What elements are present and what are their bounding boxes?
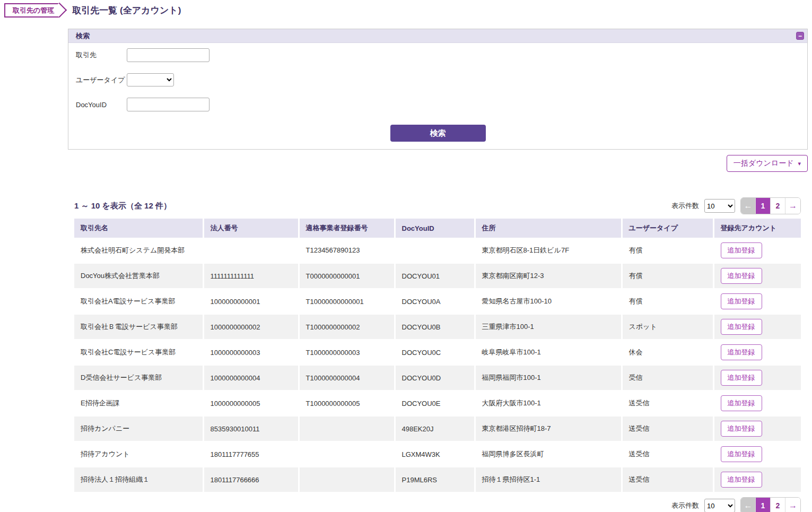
- next-page-button[interactable]: →: [785, 498, 800, 512]
- pagination-bottom: 表示件数 10 ← 1 2 →: [671, 497, 801, 512]
- invoice-number-cell: [299, 416, 395, 441]
- invoice-number-cell: [299, 467, 395, 492]
- user-type-cell: スポット: [622, 314, 713, 340]
- corp-number-cell: 1111111111111: [203, 263, 299, 289]
- invoice-number-cell: T1000000000003: [299, 340, 395, 365]
- results-summary: 1 ～ 10 を表示（全 12 件）: [74, 201, 171, 211]
- action-cell: 追加登録: [713, 263, 801, 289]
- add-registration-button[interactable]: 追加登録: [721, 344, 762, 360]
- partner-name-cell: E招待企画課: [74, 390, 203, 416]
- prev-page-button[interactable]: ←: [741, 198, 756, 214]
- col-header-docyouid: DocYouID: [395, 219, 475, 238]
- col-header-invoice-number: 適格事業者登録番号: [299, 219, 395, 238]
- corp-number-cell: 8535930010011: [203, 416, 299, 441]
- add-registration-button[interactable]: 追加登録: [721, 446, 762, 462]
- user-type-field-label: ユーザータイプ: [76, 75, 127, 85]
- docyouid-cell: DOCYOU0E: [395, 390, 475, 416]
- corp-number-cell: 1000000000005: [203, 390, 299, 416]
- user-type-select[interactable]: [127, 73, 174, 86]
- docyouid-cell: P19ML6RS: [395, 467, 475, 492]
- user-type-cell: 受信: [622, 365, 713, 390]
- add-registration-button[interactable]: 追加登録: [721, 319, 762, 335]
- partner-list-section: 1 ～ 10 を表示（全 12 件） 表示件数 10 ← 1 2 → 取引先名 …: [74, 197, 801, 512]
- breadcrumb[interactable]: 取引先の管理: [4, 3, 59, 18]
- docyouid-cell: DOCYOU0B: [395, 314, 475, 340]
- partner-table: 取引先名 法人番号 適格事業者登録番号 DocYouID 住所 ユーザータイプ …: [74, 219, 801, 493]
- partner-field-label: 取引先: [76, 50, 127, 60]
- user-type-cell: 有償: [622, 289, 713, 314]
- add-registration-button[interactable]: 追加登録: [721, 395, 762, 411]
- page-button-2[interactable]: 2: [771, 198, 785, 214]
- user-type-cell: 送受信: [622, 416, 713, 441]
- user-type-cell: 送受信: [622, 390, 713, 416]
- action-cell: 追加登録: [713, 314, 801, 340]
- add-registration-button[interactable]: 追加登録: [721, 370, 762, 386]
- user-type-cell: 有償: [622, 263, 713, 289]
- col-header-address: 住所: [475, 219, 622, 238]
- partner-name-cell: 取引会社A電設サービス事業部: [74, 289, 203, 314]
- docyouid-cell: DOCYOU0D: [395, 365, 475, 390]
- corp-number-cell: 1801117766666: [203, 467, 299, 492]
- add-registration-button[interactable]: 追加登録: [721, 472, 762, 488]
- table-row: DocYou株式会社営業本部 1111111111111 T0000000000…: [74, 263, 801, 289]
- search-panel-header: 検索 −: [68, 29, 807, 43]
- invoice-number-cell: T1000000000002: [299, 314, 395, 340]
- add-registration-button[interactable]: 追加登録: [721, 421, 762, 437]
- search-button[interactable]: 検索: [390, 125, 486, 142]
- page-button-1[interactable]: 1: [756, 198, 771, 214]
- docyouid-input[interactable]: [127, 98, 209, 111]
- corp-number-cell: 1801117777655: [203, 441, 299, 467]
- prev-page-button[interactable]: ←: [741, 498, 756, 512]
- address-cell: 福岡県福岡市100-1: [475, 365, 622, 390]
- address-cell: 愛知県名古屋市100-10: [475, 289, 622, 314]
- table-row: 招待アカウント 1801117777655 LGXM4W3K 福岡県博多区長浜町…: [74, 441, 801, 467]
- caret-down-icon: ▾: [798, 160, 801, 167]
- partner-name-cell: 招待法人１招待組織１: [74, 467, 203, 492]
- address-cell: 福岡県博多区長浜町: [475, 441, 622, 467]
- bulk-download-label: 一括ダウンロード: [734, 159, 794, 168]
- invoice-number-cell: T0000000000001: [299, 263, 395, 289]
- page-size-label: 表示件数: [671, 201, 699, 211]
- docyouid-cell: LGXM4W3K: [395, 441, 475, 467]
- page-button-2[interactable]: 2: [771, 498, 785, 512]
- partner-name-cell: 招待アカウント: [74, 441, 203, 467]
- next-page-button[interactable]: →: [785, 198, 800, 214]
- address-cell: 三重県津市100-1: [475, 314, 622, 340]
- breadcrumb-label: 取引先の管理: [13, 6, 54, 14]
- bulk-download-button[interactable]: 一括ダウンロード ▾: [727, 155, 808, 172]
- top-bar: 取引先の管理 取引先一覧 (全アカウント): [0, 0, 812, 18]
- page-button-1[interactable]: 1: [756, 498, 771, 512]
- partner-name-cell: 招待カンパニー: [74, 416, 203, 441]
- col-header-corp-number: 法人番号: [203, 219, 299, 238]
- action-cell: 追加登録: [713, 289, 801, 314]
- docyouid-field-label: DocYouID: [76, 101, 127, 109]
- docyouid-cell: [395, 238, 475, 263]
- add-registration-button[interactable]: 追加登録: [721, 268, 762, 284]
- col-header-partner-name: 取引先名: [74, 219, 203, 238]
- partner-input[interactable]: [127, 48, 209, 62]
- action-cell: 追加登録: [713, 340, 801, 365]
- partner-name-cell: 取引会社C電設サービス事業部: [74, 340, 203, 365]
- table-row: 株式会社明石町システム開発本部 T1234567890123 東京都明石区8-1…: [74, 238, 801, 263]
- table-row: 招待法人１招待組織１ 1801117766666 P19ML6RS 招待１県招待…: [74, 467, 801, 492]
- docyouid-cell: 498EK20J: [395, 416, 475, 441]
- table-row: E招待企画課 1000000000005 T1000000000005 DOCY…: [74, 390, 801, 416]
- partner-name-cell: 株式会社明石町システム開発本部: [74, 238, 203, 263]
- page-title: 取引先一覧 (全アカウント): [72, 4, 181, 16]
- partner-table-body: 株式会社明石町システム開発本部 T1234567890123 東京都明石区8-1…: [74, 238, 801, 492]
- invoice-number-cell: T1000000000005: [299, 390, 395, 416]
- add-registration-button[interactable]: 追加登録: [721, 293, 762, 309]
- action-cell: 追加登録: [713, 416, 801, 441]
- address-cell: 岐阜県岐阜市100-1: [475, 340, 622, 365]
- address-cell: 東京都南区南町12-3: [475, 263, 622, 289]
- invoice-number-cell: [299, 441, 395, 467]
- table-row: 取引会社C電設サービス事業部 1000000000003 T1000000000…: [74, 340, 801, 365]
- add-registration-button[interactable]: 追加登録: [721, 242, 762, 258]
- page-size-select[interactable]: 10: [704, 199, 735, 213]
- user-type-cell: 送受信: [622, 467, 713, 492]
- partner-name-cell: 取引会社Ｂ電設サービス事業部: [74, 314, 203, 340]
- collapse-minus-icon[interactable]: −: [796, 32, 804, 40]
- user-type-cell: 有償: [622, 238, 713, 263]
- page-size-select[interactable]: 10: [704, 499, 735, 512]
- table-header-row: 取引先名 法人番号 適格事業者登録番号 DocYouID 住所 ユーザータイプ …: [74, 219, 801, 238]
